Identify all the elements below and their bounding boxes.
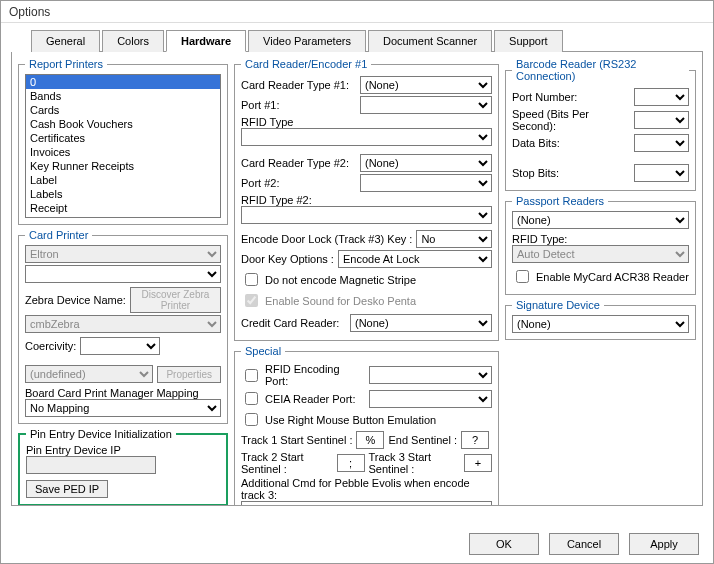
t1start-input[interactable] bbox=[356, 431, 384, 449]
properties-button[interactable]: Properties bbox=[157, 366, 221, 383]
rfid-port-checkbox[interactable] bbox=[245, 369, 258, 382]
list-item[interactable]: Receipt bbox=[26, 201, 220, 215]
card-printer-legend: Card Printer bbox=[25, 229, 92, 241]
card-reader-legend: Card Reader/Encoder #1 bbox=[241, 58, 371, 70]
board-map-select[interactable]: No Mapping bbox=[25, 399, 221, 417]
passport-rfid-label: RFID Type: bbox=[512, 233, 689, 245]
card-printer-group: Card Printer Eltron Zebra Device Name: D… bbox=[18, 229, 228, 424]
ok-button[interactable]: OK bbox=[469, 533, 539, 555]
rfid-port-select[interactable] bbox=[369, 366, 492, 384]
passport-select[interactable]: (None) bbox=[512, 211, 689, 229]
tab-colors[interactable]: Colors bbox=[102, 30, 164, 52]
signature-legend: Signature Device bbox=[512, 299, 604, 311]
sound-label: Enable Sound for Desko Penta bbox=[265, 295, 416, 307]
no-encode-checkbox[interactable] bbox=[245, 273, 258, 286]
window-title: Options bbox=[1, 1, 713, 23]
cr-rfidtype-select[interactable] bbox=[241, 128, 492, 146]
signature-group: Signature Device (None) bbox=[505, 299, 696, 340]
t2start-input[interactable] bbox=[337, 454, 365, 472]
bc-databits-label: Data Bits: bbox=[512, 137, 630, 149]
mycard-label: Enable MyCard ACR38 Reader bbox=[536, 271, 689, 283]
undefined-select[interactable]: (undefined) bbox=[25, 365, 153, 383]
passport-legend: Passport Readers bbox=[512, 195, 608, 207]
cr-type1-select[interactable]: (None) bbox=[360, 76, 492, 94]
zebra-device-select[interactable]: cmbZebra bbox=[25, 315, 221, 333]
cr-port2-label: Port #2: bbox=[241, 177, 356, 189]
card-printer-select2[interactable] bbox=[25, 265, 221, 283]
tab-support[interactable]: Support bbox=[494, 30, 563, 52]
discover-zebra-button[interactable]: Discover Zebra Printer bbox=[130, 287, 221, 313]
list-item[interactable]: Invoices bbox=[26, 145, 220, 159]
report-printers-list[interactable]: 0 Bands Cards Cash Book Vouchers Certifi… bbox=[25, 74, 221, 218]
bc-stopbits-select[interactable] bbox=[634, 164, 689, 182]
tab-docscan[interactable]: Document Scanner bbox=[368, 30, 492, 52]
sound-checkbox bbox=[245, 294, 258, 307]
report-printers-legend: Report Printers bbox=[25, 58, 107, 70]
options-window: Options General Colors Hardware Video Pa… bbox=[0, 0, 714, 564]
list-item[interactable]: Cash Book Vouchers bbox=[26, 117, 220, 131]
bc-port-label: Port Number: bbox=[512, 91, 630, 103]
doorkey-label: Door Key Options : bbox=[241, 253, 334, 265]
card-printer-select[interactable]: Eltron bbox=[25, 245, 221, 263]
save-ped-ip-button[interactable]: Save PED IP bbox=[26, 480, 108, 498]
doorlock-label: Encode Door Lock (Track #3) Key : bbox=[241, 233, 412, 245]
list-item[interactable]: 0 bbox=[26, 75, 220, 89]
ped-ip-label: Pin Entry Device IP bbox=[26, 444, 220, 456]
ceia-port-label: CEIA Reader Port: bbox=[265, 393, 365, 405]
t3start-input[interactable] bbox=[464, 454, 492, 472]
tab-general[interactable]: General bbox=[31, 30, 100, 52]
endsent-input[interactable] bbox=[461, 431, 489, 449]
bc-stopbits-label: Stop Bits: bbox=[512, 167, 630, 179]
t1start-label: Track 1 Start Sentinel : bbox=[241, 434, 352, 446]
bc-databits-select[interactable] bbox=[634, 134, 689, 152]
card-reader-group: Card Reader/Encoder #1 Card Reader Type … bbox=[234, 58, 499, 341]
tab-strip: General Colors Hardware Video Parameters… bbox=[31, 29, 703, 52]
rightmouse-checkbox[interactable] bbox=[245, 413, 258, 426]
ceia-port-select[interactable] bbox=[369, 390, 492, 408]
cr-port1-select[interactable] bbox=[360, 96, 492, 114]
special-legend: Special bbox=[241, 345, 285, 357]
barcode-legend: Barcode Reader (RS232 Connection) bbox=[512, 58, 689, 82]
coercivity-select[interactable] bbox=[80, 337, 160, 355]
list-item[interactable]: Bands bbox=[26, 89, 220, 103]
list-item[interactable]: Labels bbox=[26, 187, 220, 201]
tab-hardware[interactable]: Hardware bbox=[166, 30, 246, 52]
cr-rfidtype-label: RFID Type bbox=[241, 116, 492, 128]
ped-ip-input[interactable] bbox=[26, 456, 156, 474]
zebra-label: Zebra Device Name: bbox=[25, 294, 126, 306]
passport-rfid-select[interactable]: Auto Detect bbox=[512, 245, 689, 263]
list-item[interactable]: Key Runner Receipts bbox=[26, 159, 220, 173]
cr-rfidtype2-label: RFID Type #2: bbox=[241, 194, 492, 206]
mycard-checkbox[interactable] bbox=[516, 270, 529, 283]
cr-type2-label: Card Reader Type #2: bbox=[241, 157, 356, 169]
bc-port-select[interactable] bbox=[634, 88, 689, 106]
pebble-input[interactable] bbox=[241, 501, 492, 506]
cr-port2-select[interactable] bbox=[360, 174, 492, 192]
list-item[interactable]: Receipts bbox=[26, 215, 220, 218]
list-item[interactable]: Cards bbox=[26, 103, 220, 117]
tab-video[interactable]: Video Parameters bbox=[248, 30, 366, 52]
ped-group: Pin Entry Device Initialization Pin Entr… bbox=[18, 428, 228, 506]
list-item[interactable]: Certificates bbox=[26, 131, 220, 145]
cr-type2-select[interactable]: (None) bbox=[360, 154, 492, 172]
cr-type1-label: Card Reader Type #1: bbox=[241, 79, 356, 91]
endsent-label: End Sentinel : bbox=[388, 434, 457, 446]
cr-port1-label: Port #1: bbox=[241, 99, 356, 111]
rfid-port-label: RFID Encoding Port: bbox=[265, 363, 365, 387]
ceia-port-checkbox[interactable] bbox=[245, 392, 258, 405]
signature-select[interactable]: (None) bbox=[512, 315, 689, 333]
cc-select[interactable]: (None) bbox=[350, 314, 492, 332]
barcode-group: Barcode Reader (RS232 Connection) Port N… bbox=[505, 58, 696, 191]
cr-rfidtype2-select[interactable] bbox=[241, 206, 492, 224]
cancel-button[interactable]: Cancel bbox=[549, 533, 619, 555]
doorlock-select[interactable]: No bbox=[416, 230, 492, 248]
pebble-label: Additional Cmd for Pebble Evolis when en… bbox=[241, 477, 492, 501]
list-item[interactable]: Label bbox=[26, 173, 220, 187]
ped-legend: Pin Entry Device Initialization bbox=[26, 428, 176, 440]
passport-group: Passport Readers (None) RFID Type: Auto … bbox=[505, 195, 696, 295]
apply-button[interactable]: Apply bbox=[629, 533, 699, 555]
dialog-footer: OK Cancel Apply bbox=[469, 533, 699, 555]
rightmouse-label: Use Right Mouse Button Emulation bbox=[265, 414, 436, 426]
bc-speed-select[interactable] bbox=[634, 111, 689, 129]
doorkey-select[interactable]: Encode At Lock bbox=[338, 250, 492, 268]
